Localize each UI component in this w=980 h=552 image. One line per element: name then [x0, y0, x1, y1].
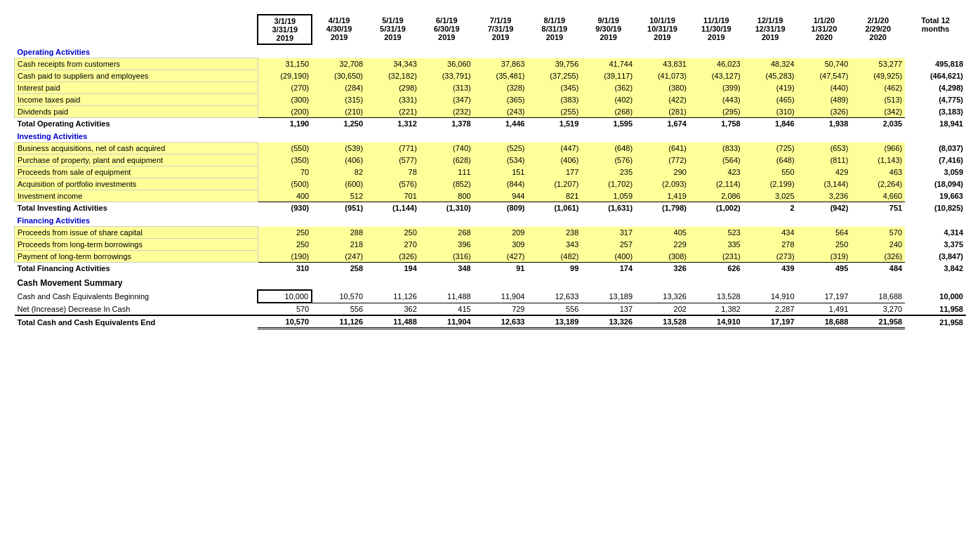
data-cell-8: 523	[689, 227, 743, 239]
beginning-cell-2: 11,126	[366, 290, 420, 303]
section-header-14: Financing Activities	[15, 213, 967, 227]
data-cell-3: (852)	[420, 178, 474, 190]
data-cell-2: (576)	[366, 178, 420, 190]
total-cell-9: 2	[743, 202, 797, 214]
data-cell-4: 944	[474, 190, 528, 202]
beginning-cell-11: 18,688	[851, 290, 905, 303]
end-cell-7: 13,528	[635, 315, 689, 329]
data-row-11: Acquisition of portfolio investments(500…	[15, 178, 967, 190]
data-cell-11: (966)	[851, 143, 905, 155]
data-cell-4: (365)	[474, 94, 528, 106]
total-cell-11: 751	[851, 202, 905, 214]
data-cell-7: (641)	[635, 143, 689, 155]
row-total: (18,094)	[905, 178, 966, 190]
data-cell-11: (49,925)	[851, 70, 905, 82]
data-cell-5: 177	[527, 166, 581, 178]
data-cell-11: (513)	[851, 94, 905, 106]
end-cell-1: 11,126	[312, 315, 366, 329]
data-row-15: Proceeds from issue of share capital2502…	[15, 227, 967, 239]
header-col-11: 2/1/202/29/202020	[851, 15, 905, 44]
data-cell-4: (328)	[474, 82, 528, 94]
data-cell-11: 4,660	[851, 190, 905, 202]
data-cell-1: (284)	[312, 82, 366, 94]
data-cell-5: (255)	[527, 106, 581, 118]
data-cell-7: (422)	[635, 94, 689, 106]
total-cell-1: (951)	[312, 202, 366, 214]
total-cell-9: 439	[743, 263, 797, 275]
end-cell-10: 18,688	[797, 315, 852, 329]
data-cell-11: (462)	[851, 82, 905, 94]
total-cell-5: (1,061)	[527, 202, 581, 214]
total-row-total: (10,825)	[905, 202, 966, 214]
summary-total-row: Total Cash and Cash Equivalents End10,57…	[15, 315, 967, 329]
data-cell-6: 235	[581, 166, 635, 178]
data-cell-9: (725)	[743, 143, 797, 155]
header-row: 3/1/193/31/1920194/1/194/30/1920195/1/19…	[15, 15, 967, 44]
data-cell-0: (190)	[258, 251, 312, 263]
data-cell-7: (41,073)	[635, 70, 689, 82]
summary-beginning-total: 10,000	[905, 290, 966, 303]
data-cell-11: (342)	[851, 106, 905, 118]
header-label-cell	[15, 15, 258, 44]
data-row-12: Investment income4005127018009448211,059…	[15, 190, 967, 202]
row-total: 4,314	[905, 227, 966, 239]
data-cell-2: (32,182)	[366, 70, 420, 82]
section-header-label: Financing Activities	[15, 213, 967, 227]
header-col-7: 10/1/1910/31/192019	[635, 15, 689, 44]
data-cell-0: (200)	[258, 106, 312, 118]
data-cell-9: (465)	[743, 94, 797, 106]
data-cell-10: (489)	[797, 94, 852, 106]
data-cell-10: (326)	[797, 106, 852, 118]
data-cell-11: 240	[851, 239, 905, 251]
end-cell-3: 11,904	[420, 315, 474, 329]
data-cell-2: (331)	[366, 94, 420, 106]
data-cell-6: 41,744	[581, 58, 635, 70]
data-row-2: Cash paid to suppliers and employees(29,…	[15, 70, 967, 82]
data-cell-9: (273)	[743, 251, 797, 263]
data-cell-0: (550)	[258, 143, 312, 155]
cash-flow-table: 3/1/193/31/1920194/1/194/30/1920195/1/19…	[14, 14, 966, 329]
header-col-1: 4/1/194/30/192019	[312, 15, 366, 44]
data-cell-6: 317	[581, 227, 635, 239]
total-cell-6: 174	[581, 263, 635, 275]
data-cell-10: (653)	[797, 143, 852, 155]
data-cell-8: (443)	[689, 94, 743, 106]
net-cell-11: 3,270	[851, 303, 905, 315]
beginning-cell-3: 11,488	[420, 290, 474, 303]
data-cell-1: (600)	[312, 178, 366, 190]
beginning-cell-7: 13,326	[635, 290, 689, 303]
row-label: Dividends paid	[15, 106, 258, 118]
data-cell-6: (362)	[581, 82, 635, 94]
data-row-10: Proceeds from sale of equipment708278111…	[15, 166, 967, 178]
data-cell-7: 1,419	[635, 190, 689, 202]
data-cell-9: (648)	[743, 155, 797, 166]
data-cell-3: 800	[420, 190, 474, 202]
data-cell-4: 151	[474, 166, 528, 178]
data-cell-9: (419)	[743, 82, 797, 94]
header-col-6: 9/1/199/30/192019	[581, 15, 635, 44]
end-cell-9: 17,197	[743, 315, 797, 329]
total-cell-6: (1,631)	[581, 202, 635, 214]
total-cell-1: 258	[312, 263, 366, 275]
data-cell-9: (45,283)	[743, 70, 797, 82]
data-cell-9: 48,324	[743, 58, 797, 70]
total-cell-11: 484	[851, 263, 905, 275]
data-cell-6: (268)	[581, 106, 635, 118]
data-cell-2: 270	[366, 239, 420, 251]
data-cell-3: (313)	[420, 82, 474, 94]
total-cell-10: 495	[797, 263, 852, 275]
row-total: (4,775)	[905, 94, 966, 106]
end-cell-8: 14,910	[689, 315, 743, 329]
total-row-label: Total Financing Activities	[15, 263, 258, 275]
data-cell-9: (2,199)	[743, 178, 797, 190]
data-cell-6: (39,117)	[581, 70, 635, 82]
total-cell-7: (1,798)	[635, 202, 689, 214]
total-cell-8: 626	[689, 263, 743, 275]
data-cell-8: 423	[689, 166, 743, 178]
total-cell-10: 1,938	[797, 118, 852, 130]
data-cell-6: (1,702)	[581, 178, 635, 190]
data-cell-0: (29,190)	[258, 70, 312, 82]
data-cell-3: (232)	[420, 106, 474, 118]
data-cell-7: 405	[635, 227, 689, 239]
data-cell-0: (300)	[258, 94, 312, 106]
